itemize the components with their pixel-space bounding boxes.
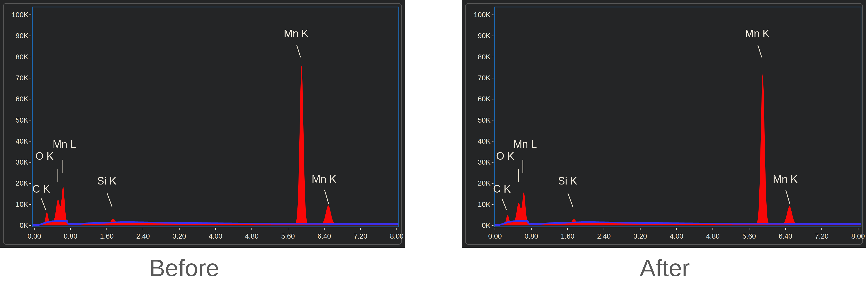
x-tick-label: 6.40 bbox=[317, 232, 331, 240]
y-tick-label: 100K bbox=[12, 10, 29, 19]
y-tick-label: 50K bbox=[16, 116, 29, 124]
annotation-leader-si-k bbox=[107, 193, 112, 207]
annotation-label-mn-ka: Mn K bbox=[745, 28, 770, 39]
x-tick-label: 7.20 bbox=[815, 232, 829, 240]
y-tick-label: 30K bbox=[478, 158, 491, 166]
x-tick-label: 8.00 bbox=[390, 232, 404, 240]
annotation-leader-mn-ka bbox=[297, 45, 301, 57]
x-tick-label: 1.60 bbox=[100, 232, 114, 240]
x-tick-label: 6.40 bbox=[779, 232, 792, 240]
x-tick-label: 4.00 bbox=[670, 232, 683, 240]
figure-canvas: 0K10K20K30K40K50K60K70K80K90K100K0.000.8… bbox=[0, 0, 868, 302]
eds-spectrum-chart-before: 0K10K20K30K40K50K60K70K80K90K100K0.000.8… bbox=[0, 0, 405, 248]
y-tick-label: 20K bbox=[478, 179, 491, 187]
x-tick-label: 5.60 bbox=[742, 232, 756, 240]
annotation-leader-si-k bbox=[568, 193, 573, 207]
y-tick-label: 10K bbox=[478, 200, 491, 208]
y-tick-label: 90K bbox=[16, 32, 29, 40]
annotation-label-mn-ka: Mn K bbox=[284, 28, 309, 39]
y-tick-label: 80K bbox=[16, 53, 29, 61]
plot-border bbox=[32, 7, 399, 227]
y-tick-label: 0K bbox=[482, 221, 491, 229]
y-tick-label: 70K bbox=[16, 74, 29, 82]
x-tick-label: 3.20 bbox=[173, 232, 186, 240]
x-tick-label: 0.80 bbox=[524, 232, 538, 240]
plot-border bbox=[494, 7, 861, 227]
y-tick-label: 10K bbox=[16, 200, 29, 208]
x-tick-label: 3.20 bbox=[633, 232, 647, 240]
y-tick-label: 80K bbox=[478, 53, 491, 61]
annotation-label-si-k: Si K bbox=[558, 175, 577, 187]
spectrum-area bbox=[33, 65, 398, 225]
x-tick-label: 0.00 bbox=[28, 232, 41, 240]
x-tick-label: 0.00 bbox=[488, 232, 502, 240]
y-tick-label: 20K bbox=[16, 179, 29, 187]
annotation-leader-mn-ka bbox=[758, 45, 762, 57]
annotation-label-o-k: O K bbox=[496, 150, 514, 162]
annotation-leader-mn-kb bbox=[786, 190, 790, 204]
annotation-leader-mn-kb bbox=[324, 190, 329, 204]
spectrum-panel-after: 0K10K20K30K40K50K60K70K80K90K100K0.000.8… bbox=[462, 0, 866, 248]
x-tick-label: 7.20 bbox=[354, 232, 367, 240]
x-tick-label: 8.00 bbox=[851, 232, 865, 240]
x-tick-label: 1.60 bbox=[561, 232, 575, 240]
y-tick-label: 60K bbox=[478, 95, 491, 103]
y-tick-label: 30K bbox=[16, 158, 29, 166]
annotation-label-mn-kb: Mn K bbox=[312, 173, 336, 185]
annotation-label-si-k: Si K bbox=[97, 175, 117, 187]
y-tick-label: 40K bbox=[478, 137, 491, 145]
y-tick-label: 50K bbox=[478, 116, 491, 124]
y-tick-label: 60K bbox=[16, 95, 29, 103]
y-tick-label: 40K bbox=[16, 137, 29, 145]
annotation-label-o-k: O K bbox=[35, 150, 54, 162]
spectrum-area bbox=[495, 74, 861, 225]
x-tick-label: 0.80 bbox=[64, 232, 77, 240]
y-tick-label: 100K bbox=[474, 10, 491, 19]
x-tick-label: 2.40 bbox=[597, 232, 611, 240]
eds-spectrum-chart-after: 0K10K20K30K40K50K60K70K80K90K100K0.000.8… bbox=[462, 0, 866, 248]
annotation-leader-c-k bbox=[41, 198, 46, 210]
caption-after: After bbox=[462, 254, 867, 282]
spectrum-panel-before: 0K10K20K30K40K50K60K70K80K90K100K0.000.8… bbox=[0, 0, 405, 248]
annotation-label-c-k: C K bbox=[493, 183, 510, 195]
x-tick-label: 4.80 bbox=[706, 232, 720, 240]
annotation-label-mn-kb: Mn K bbox=[773, 173, 798, 185]
caption-before: Before bbox=[0, 254, 368, 282]
annotation-label-c-k: C K bbox=[32, 183, 50, 195]
y-tick-label: 0K bbox=[20, 221, 28, 229]
y-tick-label: 90K bbox=[478, 32, 491, 40]
x-tick-label: 4.00 bbox=[209, 232, 222, 240]
x-tick-label: 5.60 bbox=[281, 232, 295, 240]
x-tick-label: 4.80 bbox=[245, 232, 258, 240]
x-tick-label: 2.40 bbox=[136, 232, 150, 240]
annotation-label-mn-l: Mn L bbox=[53, 138, 76, 150]
annotation-label-mn-l: Mn L bbox=[514, 138, 537, 150]
annotation-leader-c-k bbox=[502, 198, 507, 210]
y-tick-label: 70K bbox=[478, 74, 491, 82]
